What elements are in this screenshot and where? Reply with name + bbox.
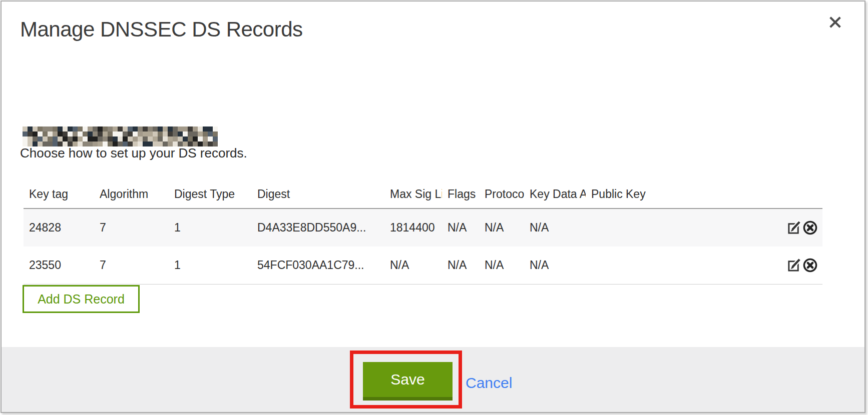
close-icon bbox=[828, 15, 842, 30]
cell-key-tag: 24828 bbox=[24, 208, 94, 246]
cell-algorithm: 7 bbox=[94, 208, 169, 246]
dialog-title: Manage DNSSEC DS Records bbox=[20, 18, 303, 42]
col-header-max-sig-life: Max Sig Life bbox=[384, 184, 442, 208]
table-header-row: Key tag Algorithm Digest Type Digest Max… bbox=[24, 184, 822, 208]
edit-record-icon[interactable] bbox=[787, 220, 802, 236]
cell-flags: N/A bbox=[442, 208, 479, 246]
row-actions bbox=[691, 208, 822, 246]
col-header-key-data-alg: Key Data Alg bbox=[524, 184, 586, 208]
cancel-link[interactable]: Cancel bbox=[466, 374, 512, 392]
cell-digest: 54FCF030AA1C79... bbox=[252, 246, 384, 284]
table-row: 23550 7 1 54FCF030AA1C79... N/A N/A N/A … bbox=[24, 246, 822, 284]
col-header-digest-type: Digest Type bbox=[169, 184, 252, 208]
cell-protocol: N/A bbox=[479, 208, 524, 246]
cell-key-data-alg: N/A bbox=[524, 246, 586, 284]
cell-digest-type: 1 bbox=[169, 246, 252, 284]
instruction-text: Choose how to set up your DS records. bbox=[20, 146, 247, 161]
manage-dnssec-dialog: Manage DNSSEC DS Records Choose how to s… bbox=[1, 0, 865, 413]
edit-record-icon[interactable] bbox=[787, 258, 802, 273]
cell-digest: D4A33E8DD550A9... bbox=[252, 208, 384, 246]
ds-records-table: Key tag Algorithm Digest Type Digest Max… bbox=[24, 184, 822, 284]
col-header-actions bbox=[691, 184, 822, 208]
cell-protocol: N/A bbox=[479, 246, 524, 284]
col-header-public-key: Public Key bbox=[586, 184, 691, 208]
cell-max-sig-life: 1814400 bbox=[384, 208, 442, 246]
delete-record-icon[interactable] bbox=[802, 220, 818, 236]
add-ds-record-button[interactable]: Add DS Record bbox=[23, 285, 140, 313]
cell-public-key bbox=[586, 208, 691, 246]
col-header-algorithm: Algorithm bbox=[94, 184, 169, 208]
col-header-digest: Digest bbox=[252, 184, 384, 208]
close-button[interactable] bbox=[827, 14, 842, 30]
redacted-domain-name bbox=[23, 126, 218, 146]
cell-public-key bbox=[586, 246, 691, 284]
col-header-flags: Flags bbox=[442, 184, 479, 208]
cell-max-sig-life: N/A bbox=[384, 246, 442, 284]
save-button[interactable]: Save bbox=[363, 362, 453, 400]
delete-record-icon[interactable] bbox=[802, 258, 818, 273]
cell-flags: N/A bbox=[442, 246, 479, 284]
row-actions bbox=[691, 246, 822, 284]
table-row: 24828 7 1 D4A33E8DD550A9... 1814400 N/A … bbox=[24, 208, 822, 246]
cell-algorithm: 7 bbox=[94, 246, 169, 284]
cell-key-data-alg: N/A bbox=[524, 208, 586, 246]
cell-key-tag: 23550 bbox=[24, 246, 94, 284]
cell-digest-type: 1 bbox=[169, 208, 252, 246]
col-header-protocol: Protocol bbox=[479, 184, 524, 208]
col-header-key-tag: Key tag bbox=[24, 184, 94, 208]
